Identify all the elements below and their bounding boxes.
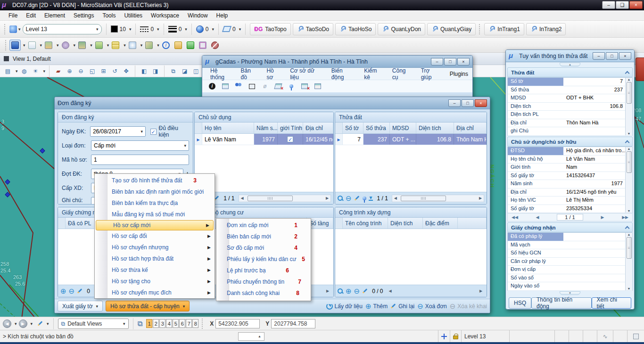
active-class-button[interactable]: 0 ▾	[196, 25, 214, 33]
view-previous-icon[interactable]: ◧	[139, 66, 149, 76]
submenu-item-danh-sach-cong-khai[interactable]: Danh sách công khai8	[216, 287, 311, 299]
remove-icon[interactable]: ⊖	[354, 287, 360, 295]
horizontal-scrollbar[interactable]: ◀▶	[392, 195, 484, 202]
users-icon[interactable]	[234, 82, 243, 90]
column-header[interactable]: Họ tên	[202, 123, 254, 133]
zoom-in-icon[interactable]: ⊕	[65, 66, 74, 76]
annotate-icon[interactable]	[37, 320, 43, 327]
column-header[interactable]: Số thửa	[363, 123, 390, 133]
menu-help[interactable]: Help	[213, 11, 232, 20]
property-row[interactable]: Năm sinh1977	[508, 180, 632, 188]
xuat-giay-to-button[interactable]: Xuất giấy tờ▾	[58, 301, 103, 311]
table-icon[interactable]	[221, 82, 230, 90]
update-view-icon[interactable]: ▰	[53, 66, 63, 76]
new-file-icon[interactable]	[26, 40, 38, 51]
view-toggle-icon[interactable]: ⧉	[138, 319, 143, 328]
query-close-button[interactable]: ×	[619, 52, 631, 60]
menu-settings[interactable]: Settings	[70, 11, 98, 20]
layers-delete-icon[interactable]: ×	[274, 82, 282, 90]
thong-tin-bien-dong-button[interactable]: Thông tin biến động	[531, 297, 592, 309]
taotopo-button[interactable]: ĐG TaoTopo	[250, 23, 290, 35]
column-header[interactable]: Địa chỉ	[454, 123, 487, 133]
ma-ho-so-input[interactable]: 1	[91, 155, 189, 165]
property-row[interactable]: Đã có pháp lý	[508, 233, 632, 241]
thua-dat-row[interactable]: ▸ 7 237 ODT + ... 106.8 Thôn Nam Hà	[335, 134, 487, 145]
property-row[interactable]: MDSDODT + BHK	[508, 94, 632, 103]
don-maximize-button[interactable]: □	[462, 99, 474, 107]
hsq-button[interactable]: HSQ	[509, 297, 531, 309]
clip-mask-icon[interactable]: ◫	[191, 66, 201, 76]
taohoso-button[interactable]: TaoHoSo	[335, 23, 376, 35]
view-background-icon[interactable]: ◍	[19, 66, 29, 76]
chu-su-dung-row[interactable]: ▸ Lê Văn Nam 1977 ✓ 16/12/45 ng	[195, 134, 333, 145]
edit-icon[interactable]	[354, 195, 360, 201]
query-titlebar[interactable]: μ Tuy vấn thông tin thửa đất – □ ×	[506, 50, 634, 62]
pager-prev-icon[interactable]: ◀	[536, 215, 539, 220]
message-history-dropdown[interactable]: ▲	[238, 332, 264, 341]
pager-first-icon[interactable]: ◀◀	[512, 215, 518, 220]
column-header[interactable]: Năm s...	[254, 123, 278, 133]
import-icon[interactable]: ▼	[369, 196, 373, 201]
status-cell[interactable]	[554, 330, 569, 342]
hide-icon[interactable]: ø	[261, 82, 269, 90]
scroll-status-icon[interactable]: ∿	[597, 330, 613, 342]
property-row[interactable]: ghi Chú	[508, 127, 632, 136]
view-group-combo[interactable]: ⧉ Default Views ▾	[58, 319, 129, 329]
x-coordinate-input[interactable]: 542302.905	[215, 319, 260, 328]
rotate-view-icon[interactable]: ↺	[110, 66, 120, 76]
back-button[interactable]: ◀	[3, 319, 11, 328]
menu-item-ho-so-chuyen-muc-dich[interactable]: Hồ sơ chuyển mục đích▶	[95, 287, 215, 298]
view-1-button[interactable]: 1	[146, 319, 152, 328]
search-icon[interactable]	[338, 288, 343, 294]
gcadas-menu-he-thong[interactable]: Hệ thống	[206, 66, 236, 82]
menu-item-mau-dang-ky-thue[interactable]: Mẫu đăng ký mã số thuế mới	[95, 209, 215, 220]
column-header[interactable]: Diện tích	[388, 218, 423, 229]
scroll-right-icon[interactable]: ▶	[324, 195, 330, 202]
close-button[interactable]: ×	[629, 1, 643, 9]
intrang2-button[interactable]: InTrang2	[526, 23, 566, 35]
geographic-icon[interactable]	[143, 40, 155, 51]
forward-button[interactable]: ▶	[19, 319, 27, 328]
submenu-item-le-phi-truoc-ba[interactable]: Lệ phí trước bạ6	[216, 265, 311, 276]
active-lineweight-button[interactable]: 0 ▾	[168, 26, 187, 33]
pager-last-icon[interactable]: ▶▶	[622, 215, 628, 220]
menu-item-tao-so-do[interactable]: Tạo sơ đồ hình thể thửa đất3	[95, 175, 215, 186]
quanlydon-button[interactable]: QuanLyDon	[378, 23, 425, 35]
scroll-thumb[interactable]: ≡	[627, 151, 632, 173]
scroll-left-icon[interactable]: ◀	[392, 195, 399, 202]
active-color-button[interactable]: 10 ▾	[111, 25, 132, 33]
view-8-button[interactable]: 8	[192, 319, 198, 328]
menu-item-ho-so-tach-hop[interactable]: Hồ sơ tách hợp thửa đất▶	[95, 253, 215, 264]
active-linestyle-button[interactable]: 0 ▾	[140, 26, 159, 33]
active-transparency-button[interactable]: 0 ▾	[223, 26, 241, 33]
column-header[interactable]: Diện tích	[416, 123, 454, 133]
raster-manager-icon[interactable]	[76, 40, 88, 51]
scroll-down-icon[interactable]: ▼	[627, 287, 631, 290]
gcadas-menu-plugins[interactable]: Plugins	[446, 70, 472, 78]
status-cell[interactable]	[569, 330, 583, 342]
fit-view-icon[interactable]: ⊞	[99, 66, 108, 76]
active-level-cell[interactable]: Level 13	[461, 330, 509, 342]
section-giay-chung-nhan[interactable]: Giấy chứng nhận	[507, 222, 633, 232]
property-row[interactable]: Căn cứ pháp lý	[508, 258, 632, 266]
visualization-icon[interactable]	[127, 40, 138, 51]
menu-item-ho-so-cap-doi[interactable]: Hồ sơ cấp đổi▶	[95, 230, 215, 242]
menu-workspace[interactable]: Workspace	[147, 11, 183, 20]
active-element-template-button[interactable]: ▾	[9, 25, 21, 33]
submenu-item-bien-ban-cap-moi[interactable]: Biên bản cấp mới2	[216, 231, 311, 242]
edit-icon[interactable]	[362, 288, 368, 294]
submenu-item-phieu-lay-y-kien[interactable]: Phiếu lấy ý kiến khu dân cư5	[216, 254, 311, 265]
delete-element-icon[interactable]	[209, 40, 221, 51]
scroll-thumb[interactable]	[401, 196, 446, 201]
menu-utilities[interactable]: Utilities	[120, 11, 146, 20]
view-5-button[interactable]: 5	[173, 319, 179, 328]
view-brightness-icon[interactable]: ☀	[31, 66, 41, 76]
view-next-icon[interactable]: ◨	[150, 66, 160, 76]
gcadas-menu-bien-dong[interactable]: Biến động	[327, 66, 359, 82]
scroll-down-icon[interactable]: ▼	[627, 132, 631, 135]
property-row[interactable]: ĐTSDHộ gia đình, cá nhân tro...	[508, 147, 632, 156]
ghi-lai-button[interactable]: Ghi lại	[390, 303, 414, 310]
marker-icon[interactable]	[287, 82, 296, 90]
scroll-up-icon[interactable]: ▲	[627, 78, 631, 81]
view-attributes-icon[interactable]: ▤	[3, 66, 13, 76]
